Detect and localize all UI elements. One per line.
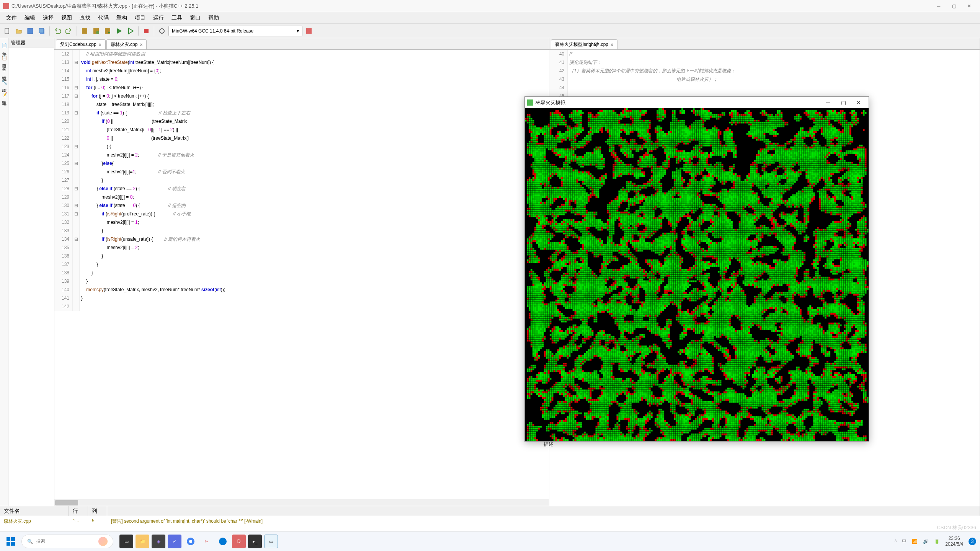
lefttab-4[interactable]: 📝试题集 [0,89,8,100]
svg-point-17 [219,538,227,545]
watermark: CSDN 林氏02336 [937,524,976,531]
tray-ime-icon[interactable]: 中 [902,538,906,544]
col-line[interactable]: 行 [69,506,88,516]
save-button[interactable] [25,26,35,36]
lefttab-1[interactable]: 📋项目 [0,52,8,64]
menu-选择[interactable]: 选择 [39,13,57,23]
redo-button[interactable] [64,26,74,36]
menu-代码[interactable]: 代码 [94,13,113,23]
compiler-select[interactable]: MinGW-w64 GCC 11.4.0 64-bit Release▾ [168,26,302,36]
svg-point-6 [96,31,99,34]
app-running[interactable]: ▭ [264,535,278,548]
app-icon [3,3,9,9]
system-tray[interactable]: ^ 中 📶 🔊 🔋 23:362024/5/4 3 [895,536,976,547]
new-file-button[interactable] [2,26,12,36]
message-row[interactable]: 森林火灾.cpp 1... 5 [警告] second argument of … [0,516,980,527]
svg-rect-4 [82,28,87,34]
compile-button[interactable] [80,26,90,36]
menu-工具[interactable]: 工具 [168,13,186,23]
app-edge[interactable] [216,535,230,548]
tab-close[interactable]: × [99,42,101,47]
search-avatar-icon [98,537,108,546]
app-chrome[interactable] [184,535,198,548]
svg-point-9 [160,29,164,33]
menu-查找[interactable]: 查找 [76,13,94,23]
app-taskview[interactable]: ▭ [119,535,133,548]
col-col[interactable]: 列 [88,506,107,516]
run-button[interactable] [114,26,124,36]
menu-窗口[interactable]: 窗口 [186,13,204,23]
close-button[interactable]: ✕ [962,1,977,11]
manager-panel: 管理器 [8,38,54,506]
code-editor-left[interactable]: 112 // 根据旧网格存储新网格数据113⊟void getNextTreeS… [54,50,549,499]
svg-rect-11 [7,537,10,541]
lefttab-0[interactable]: 📄文件 [0,40,8,51]
app-devcpp[interactable]: D [232,535,246,548]
sim-icon [527,99,533,106]
build-button[interactable] [91,26,101,36]
menu-重构[interactable]: 重构 [113,13,131,23]
undo-button[interactable] [52,26,62,36]
tab-close[interactable]: × [611,42,613,47]
svg-rect-12 [11,537,15,541]
menu-帮助[interactable]: 帮助 [204,13,223,23]
svg-rect-0 [5,28,9,34]
svg-rect-8 [144,29,149,33]
messages-header: 文件名 行 列 [0,506,980,516]
taskbar-search[interactable]: 🔍 搜索 [21,535,113,548]
simulation-window[interactable]: 林森火灾模拟 ─ ▢ ✕ [524,96,869,442]
sim-close[interactable]: ✕ [851,99,866,106]
menu-视图[interactable]: 视图 [57,13,76,23]
toolbar: MinGW-w64 GCC 11.4.0 64-bit Release▾ [0,24,980,38]
tray-notifications-icon[interactable]: 3 [969,538,976,545]
tray-battery-icon[interactable]: 🔋 [934,539,940,544]
col-msg [107,506,980,516]
menu-文件[interactable]: 文件 [2,13,21,23]
editor-right-tabbar: 森林火灾模型isright改.cpp× [549,38,980,50]
app-explorer[interactable]: 📁 [136,535,149,548]
lefttab-2[interactable]: 👁监视 [0,64,8,76]
sim-titlebar[interactable]: 林森火灾模拟 ─ ▢ ✕ [525,97,869,108]
lefttab-3[interactable]: 🔧结构 [0,77,8,88]
debug-button[interactable] [126,26,136,36]
compiler-settings-button[interactable] [304,26,314,36]
svg-rect-3 [39,28,44,33]
app-terminal[interactable]: ▸_ [248,535,262,548]
sim-maximize[interactable]: ▢ [836,99,851,106]
sim-title: 林森火灾模拟 [536,99,820,106]
svg-rect-10 [306,28,312,34]
hscroll-left[interactable] [54,499,549,506]
tab-森林火灾模型isright改.cpp[interactable]: 森林火灾模型isright改.cpp× [551,39,617,49]
tray-wifi-icon[interactable]: 📶 [912,539,918,544]
app-obsidian[interactable]: ◈ [152,535,165,548]
rebuild-button[interactable] [103,26,113,36]
search-placeholder: 搜索 [36,538,45,544]
stop-button[interactable] [141,26,151,36]
svg-point-16 [189,540,192,543]
config-button[interactable] [157,26,167,36]
start-button[interactable] [4,535,18,548]
menu-编辑[interactable]: 编辑 [21,13,39,23]
search-icon: 🔍 [27,539,33,544]
open-button[interactable] [14,26,24,36]
sim-minimize[interactable]: ─ [820,99,836,106]
menu-bar: 文件编辑选择视图查找代码重构项目运行工具窗口帮助 [0,12,980,24]
minimize-button[interactable]: ─ [931,1,946,11]
tab-森林火灾.cpp[interactable]: 森林火灾.cpp× [106,39,147,49]
menu-运行[interactable]: 运行 [149,13,168,23]
tab-复刻Codebus.cpp[interactable]: 复刻Codebus.cpp× [56,39,106,49]
tab-close[interactable]: × [140,42,142,47]
menu-项目[interactable]: 项目 [131,13,149,23]
left-sidebar: 📄文件📋项目👁监视🔧结构📝试题集 [0,38,8,506]
maximize-button[interactable]: ▢ [946,1,962,11]
manager-header: 管理器 [8,38,54,47]
tray-clock[interactable]: 23:362024/5/4 [945,536,963,547]
title-bar: C:/Users/ASUS/Desktop/生命游戏学习/森林火灾.cpp - … [0,0,980,12]
save-all-button[interactable] [37,26,47,36]
app-snip[interactable]: ✂ [200,535,214,548]
tray-expand-icon[interactable]: ^ [895,539,897,544]
col-filename[interactable]: 文件名 [0,506,69,516]
app-todo[interactable]: ✓ [168,535,181,548]
editor-left-tabbar: 复刻Codebus.cpp×森林火灾.cpp× [54,38,549,50]
tray-volume-icon[interactable]: 🔊 [923,539,929,544]
